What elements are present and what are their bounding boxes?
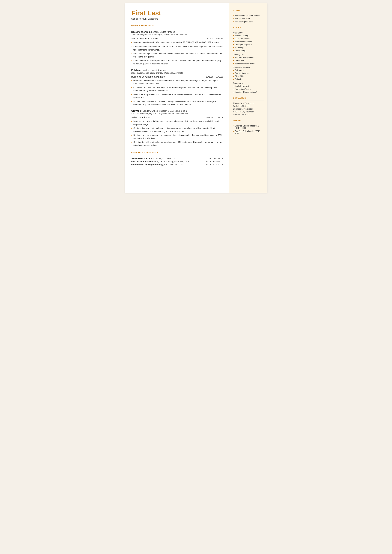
prev-exp-3-text: International Buyer (Internship), ABC, N… — [131, 163, 184, 166]
hard-skills-label: Hard Skills: — [233, 32, 264, 34]
education-divider — [233, 100, 264, 100]
prev-experience-header: PREVIOUS EXPERIENCE — [131, 151, 224, 154]
skill-cold-calling: Cold Calling — [233, 49, 264, 52]
job-1-bullets: Managed a portfolio of 200+ key accounts… — [131, 41, 224, 65]
bullet-2-1: Generated $1M in new business revenue wi… — [131, 79, 224, 85]
skill-solution-selling: Solution Selling — [233, 35, 264, 37]
role-2-row: Business Development Manager 10/2019 – 0… — [131, 75, 224, 78]
education-block: University of New York Bachelor of Scien… — [233, 102, 264, 116]
contact-header: CONTACT — [233, 9, 264, 12]
role-1-dates: 08/2021 – Present — [206, 37, 223, 40]
name-section: First Last Senior Account Executive — [131, 9, 224, 20]
bullet-2-2: Conceived and executed a strategic busin… — [131, 86, 224, 92]
prev-exp-1-text: Sales Associate, ABC Company, London, UK — [131, 157, 175, 160]
edu-institution: University of New York — [233, 102, 264, 104]
techniques-label: Techniques: — [233, 54, 264, 56]
job-title: Senior Account Executive — [131, 17, 224, 20]
job-3: Growthsi, London, United Kingdom & Barce… — [131, 109, 224, 147]
prev-exp-2-text: Field Sales Representative, XYZ Company,… — [131, 160, 189, 163]
skill-marketing: Marketing — [233, 47, 264, 49]
edu-field: Business Administration — [233, 108, 264, 110]
work-experience-header: WORK EXPERIENCE — [131, 24, 224, 27]
prev-exp-3-dates: 07/2014 – 12/2015 — [206, 163, 223, 166]
other-csl: Certified Sales Leader (CSL) - 2018 — [233, 130, 264, 134]
edu-degree: Bachelor of Science — [233, 105, 264, 108]
tool-salesforce: Salesforce — [233, 69, 264, 71]
job-1: Resume Worded, London, United Kingdom A … — [131, 30, 224, 65]
tool-constant-contact: Constant Contact — [233, 72, 264, 75]
lang-romanian: Romanian (Native) — [233, 88, 264, 90]
other-csp: Certified Sales Professional (CSP) - 202… — [233, 125, 264, 129]
skills-divider — [233, 30, 264, 30]
contact-phone: +44 1234567890 — [233, 18, 264, 20]
contact-email: first.last@gmail.com — [233, 21, 264, 23]
full-name: First Last — [131, 9, 224, 17]
technique-biz-dev: Business Development — [233, 62, 264, 65]
technique-direct-sales: Direct Sales — [233, 59, 264, 62]
prev-exp-3: International Buyer (Internship), ABC, N… — [131, 163, 224, 166]
technique-account-mgmt: Account Management — [233, 56, 264, 59]
skill-lead-generation: Lead Generation — [233, 38, 264, 40]
company-3-tagline: Specializes in mortgages that help custo… — [131, 112, 224, 115]
company-2-tagline: Helps personal and wealth clients build … — [131, 72, 224, 74]
other-header: OTHER — [233, 119, 264, 122]
prev-exp-1: Sales Associate, ABC Company, London, UK… — [131, 157, 224, 160]
company-1-name: Resume Worded, London, United Kingdom — [131, 30, 224, 33]
company-2-name: Polyhire, London, United Kingdom — [131, 69, 224, 71]
work-experience-divider — [131, 28, 224, 28]
role-3-title: Sales Coordinator — [131, 116, 150, 119]
bullet-1-4: Identified new business opportunities an… — [131, 59, 224, 65]
skill-change-integration: Change Integration — [233, 44, 264, 46]
languages-label: Languages: — [233, 82, 264, 84]
role-2-dates: 10/2019 – 07/2021 — [206, 76, 224, 78]
bullet-2-4: Pursued new business opportunities throu… — [131, 100, 224, 106]
tool-seismic: Seismic — [233, 78, 264, 81]
main-column: First Last Senior Account Executive WORK… — [125, 3, 229, 193]
role-3-row: Sales Coordinator 06/2018 – 09/2019 — [131, 116, 224, 119]
bullet-3-2: Contacted customers to highlight continu… — [131, 127, 224, 133]
job-3-bullets: Mentored and advised 450+ sales represen… — [131, 120, 224, 147]
prev-exp-2: Field Sales Representative, XYZ Company,… — [131, 160, 224, 163]
skills-header: SKILLS — [233, 27, 264, 29]
bullet-3-1: Mentored and advised 450+ sales represen… — [131, 120, 224, 126]
skill-sales-presentations: Sales Presentations — [233, 41, 264, 43]
company-1-tagline: A lender that provides home equity lines… — [131, 34, 224, 36]
company-3-name: Growthsi, London, United Kingdom & Barce… — [131, 109, 224, 112]
bullet-3-4: Collaborated with territorial managers t… — [131, 140, 224, 147]
resume-container: First Last Senior Account Executive WORK… — [125, 3, 267, 193]
prev-experience-divider — [131, 155, 224, 155]
edu-location: New York City, New York — [233, 110, 264, 113]
bullet-1-1: Managed a portfolio of 200+ key accounts… — [131, 41, 224, 44]
prev-exp-1-dates: 11/2017 – 05/2018 — [206, 157, 223, 160]
tools-label: Tools and Software: — [233, 66, 264, 69]
bullet-1-3: Executed strategic account plans for ind… — [131, 52, 224, 58]
job-2: Polyhire, London, United Kingdom Helps p… — [131, 69, 224, 106]
role-2-title: Business Development Manager — [131, 75, 166, 78]
sidebar: CONTACT Nottingham, United Kingdom +44 1… — [229, 3, 267, 193]
bullet-1-2: Exceeded sales targets by an average of … — [131, 45, 224, 51]
edu-dates: 10/2011 - 06/2014 — [233, 113, 264, 116]
bullet-2-3: Maintained a pipeline of 20K qualified l… — [131, 93, 224, 99]
contact-address: Nottingham, United Kingdom — [233, 15, 264, 17]
lang-english: English (Native) — [233, 85, 264, 87]
role-1-row: Senior Account Executive 08/2021 – Prese… — [131, 37, 224, 40]
role-3-dates: 06/2018 – 09/2019 — [206, 116, 224, 119]
tool-clearslide: ClearSlide — [233, 75, 264, 77]
prev-exp-2-dates: 01/2016 – 10/2017 — [206, 160, 223, 163]
bullet-3-3: Designed and implemented a booming month… — [131, 133, 224, 140]
job-2-bullets: Generated $1M in new business revenue wi… — [131, 79, 224, 106]
lang-spanish: Spanish (Conversational) — [233, 91, 264, 93]
role-1-title: Senior Account Executive — [131, 37, 158, 40]
education-header: EDUCATION — [233, 97, 264, 99]
